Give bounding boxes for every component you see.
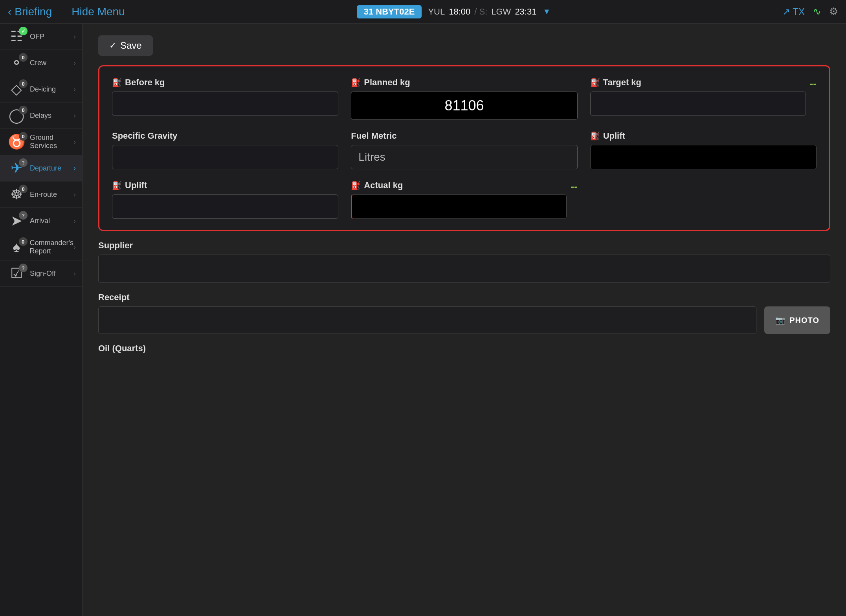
sidebar: ☷ ✓ OFP › ⚬ 0 Crew › ◇ 0 De-icing › ◯ [0,24,83,616]
fuel-icon-actual: ⛽ [351,181,361,190]
target-kg-field-wrap: ⛽ Target kg -- [590,77,817,116]
top-bar: ‹ Briefing Hide Menu 31 NBYT02E YUL 18:0… [0,0,846,24]
sidebar-item-label-ofp: OFP [30,33,73,41]
arrival-chevron-icon: › [73,217,76,225]
route-info: YUL 18:00 / S: LGW 23:31 [428,7,536,17]
sidebar-item-ofp[interactable]: ☷ ✓ OFP › [0,24,82,50]
uplift-2-input[interactable] [112,194,338,219]
dest-airport: LGW [491,7,511,17]
sidebar-item-label-ground: Ground Services [30,134,73,150]
flight-badge: 31 NBYT02E [357,5,422,18]
settings-icon[interactable]: ⚙ [829,6,838,18]
fuel-icon-target: ⛽ [590,78,600,87]
sidebar-item-commanders[interactable]: ♠ 0 Commander's Report › [0,234,82,260]
sidebar-item-signoff[interactable]: ☑ ? Sign-Off › [0,260,82,287]
sidebar-item-label-delays: Delays [30,112,73,120]
sidebar-item-label-arrival: Arrival [30,217,73,225]
sidebar-item-label-departure: Departure [30,164,73,172]
target-kg-input[interactable] [590,92,806,116]
main-layout: ☷ ✓ OFP › ⚬ 0 Crew › ◇ 0 De-icing › ◯ [0,24,846,616]
crew-badge: 0 [19,53,28,62]
fuel-row-3: ⛽ Uplift ⛽ Actual kg -- [112,180,817,219]
planned-kg-label: ⛽ Planned kg [351,77,577,88]
separator: / S: [474,7,487,17]
before-kg-input[interactable] [112,92,338,116]
oil-label: Oil (Quarts) [98,343,830,354]
receipt-input[interactable] [98,306,756,334]
fuel-metric-input[interactable] [351,145,577,169]
ofp-chevron-icon: › [73,33,76,41]
photo-label: PHOTO [789,316,819,325]
delays-icon-wrap: ◯ 0 [6,107,27,124]
crew-icon-wrap: ⚬ 0 [6,55,27,71]
signoff-badge: ? [19,264,28,272]
supplier-input[interactable] [98,255,830,283]
ofp-icon-wrap: ☷ ✓ [6,28,27,45]
camera-icon: 📷 [775,315,785,325]
sidebar-item-deicing[interactable]: ◇ 0 De-icing › [0,76,82,103]
sidebar-item-label-crew: Crew [30,59,73,67]
sidebar-item-crew[interactable]: ⚬ 0 Crew › [0,50,82,76]
before-kg-field: ⛽ Before kg [112,77,338,116]
back-button[interactable]: ‹ Briefing [8,6,52,18]
arrival-badge: ? [19,211,28,220]
enroute-icon-wrap: ☸ 0 [6,186,27,203]
planned-kg-field: ⛽ Planned kg [351,77,577,120]
ground-badge: 0 [19,132,28,141]
save-check-icon: ✓ [109,40,116,51]
delays-badge: 0 [19,106,28,114]
specific-gravity-field: Specific Gravity [112,131,338,169]
uplift-1-input[interactable] [590,145,817,169]
dash-indicator-1: -- [810,77,817,96]
flight-info-bar: 31 NBYT02E YUL 18:00 / S: LGW 23:31 ▼ [133,5,775,18]
target-kg-label: ⛽ Target kg [590,77,806,88]
wifi-icon: ∿ [813,6,821,18]
content-area: ✓ Save ⛽ Before kg ⛽ Planned kg [83,24,846,616]
origin-airport: YUL [428,7,445,17]
specific-gravity-label: Specific Gravity [112,131,338,141]
fuel-icon-before: ⛽ [112,78,122,87]
photo-button[interactable]: 📷 PHOTO [764,306,830,334]
sidebar-item-arrival[interactable]: ➤ ? Arrival › [0,208,82,234]
uplift-2-field: ⛽ Uplift [112,180,338,219]
ground-chevron-icon: › [73,138,76,146]
fuel-panel: ⛽ Before kg ⛽ Planned kg ⛽ [98,65,830,231]
receipt-label: Receipt [98,292,830,302]
top-bar-right: ↗ TX ∿ ⚙ [782,6,838,18]
deicing-icon-wrap: ◇ 0 [6,81,27,97]
fuel-row-2: Specific Gravity Fuel Metric ⛽ Uplift [112,131,817,169]
share-icon: ↗ [782,6,790,17]
actual-kg-field-wrap: ⛽ Actual kg -- [351,180,577,219]
before-kg-label: ⛽ Before kg [112,77,338,88]
commanders-icon-wrap: ♠ 0 [6,239,27,255]
specific-gravity-input[interactable] [112,145,338,169]
signoff-chevron-icon: › [73,270,76,278]
delays-chevron-icon: › [73,112,76,120]
enroute-badge: 0 [19,185,28,193]
arrival-icon-wrap: ➤ ? [6,213,27,229]
supplier-label: Supplier [98,240,830,251]
uplift-1-field: ⛽ Uplift [590,131,817,169]
sidebar-item-departure[interactable]: ✈ ? Departure › [0,155,82,182]
deicing-chevron-icon: › [73,85,76,94]
hide-menu-button[interactable]: Hide Menu [72,6,125,18]
departure-badge: ? [19,158,28,167]
sidebar-item-ground[interactable]: ♉ 0 Ground Services › [0,129,82,155]
actual-kg-field: ⛽ Actual kg [351,180,567,219]
route-dropdown-icon[interactable]: ▼ [543,7,551,16]
dest-time: 23:31 [515,7,536,17]
crew-chevron-icon: › [73,59,76,67]
tx-button[interactable]: ↗ TX [782,6,805,17]
sidebar-item-delays[interactable]: ◯ 0 Delays › [0,103,82,129]
supplier-section: Supplier [98,240,830,283]
save-button[interactable]: ✓ Save [98,35,153,56]
actual-kg-label: ⛽ Actual kg [351,180,567,191]
actual-kg-input[interactable] [351,194,567,219]
receipt-section: Receipt 📷 PHOTO [98,292,830,334]
uplift-2-label: ⛽ Uplift [112,180,338,191]
ofp-badge: ✓ [19,27,28,35]
sidebar-item-enroute[interactable]: ☸ 0 En-route › [0,182,82,208]
dash-indicator-2: -- [571,180,577,199]
planned-kg-input[interactable] [351,92,577,120]
fuel-icon-planned: ⛽ [351,78,361,87]
